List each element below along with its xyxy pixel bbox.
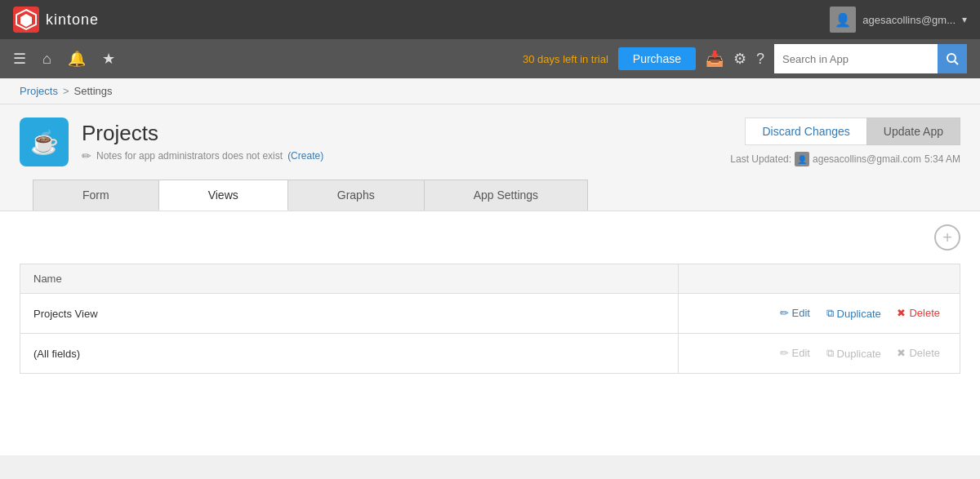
- nav-right: 30 days left in trial Purchase 📥 ⚙ ?: [523, 44, 967, 73]
- tab-app-settings[interactable]: App Settings: [424, 180, 588, 211]
- edit-pencil-icon-disabled: ✏: [780, 347, 789, 359]
- app-header: ☕ Projects ✏ Notes for app administrator…: [0, 104, 980, 166]
- user-dropdown-icon[interactable]: ▾: [962, 14, 967, 25]
- delete-label-disabled: Delete: [909, 347, 940, 359]
- trial-text: 30 days left in trial: [523, 53, 608, 65]
- app-title-section: Projects ✏ Notes for app administrators …: [82, 118, 323, 162]
- app-notes-create-link[interactable]: (Create): [287, 150, 323, 162]
- tab-graphs[interactable]: Graphs: [287, 180, 425, 211]
- search-button[interactable]: [938, 44, 967, 73]
- star-icon[interactable]: ★: [102, 50, 115, 68]
- delete-button-projects-view[interactable]: ✖ Delete: [890, 305, 947, 321]
- delete-icon: ✖: [897, 307, 906, 319]
- search-container: [774, 44, 967, 73]
- update-app-button[interactable]: Update App: [866, 118, 960, 145]
- app-header-left: ☕ Projects ✏ Notes for app administrator…: [20, 118, 323, 166]
- duplicate-icon-disabled: ⧉: [826, 347, 834, 360]
- duplicate-button-projects-view[interactable]: ⧉ Duplicate: [820, 305, 888, 322]
- app-notes-text: Notes for app administrators does not ex…: [96, 150, 283, 162]
- inbox-icon[interactable]: 📥: [706, 50, 724, 68]
- delete-button-all-fields: ✖ Delete: [890, 345, 947, 361]
- top-bar: kintone 👤 agesacollins@gm... ▾: [0, 0, 980, 39]
- view-actions-cell: ✏ Edit ⧉ Duplicate ✖ Delete: [678, 294, 960, 334]
- breadcrumb-settings: Settings: [74, 85, 113, 97]
- edit-button-projects-view[interactable]: ✏ Edit: [773, 305, 817, 321]
- col-header-name: Name: [20, 264, 679, 294]
- gear-icon[interactable]: ⚙: [733, 50, 746, 68]
- main-content: + Name Projects View ✏ Edit ⧉ Dupli: [0, 211, 980, 455]
- svg-line-4: [955, 61, 958, 64]
- table-row: (All fields) ✏ Edit ⧉ Duplicate ✖ Delete: [20, 334, 960, 374]
- breadcrumb-separator: >: [63, 85, 69, 97]
- last-updated-avatar-icon: 👤: [795, 152, 809, 166]
- table-row: Projects View ✏ Edit ⧉ Duplicate ✖ Delet…: [20, 294, 960, 334]
- view-actions-cell-disabled: ✏ Edit ⧉ Duplicate ✖ Delete: [678, 334, 960, 374]
- last-updated-prefix: Last Updated:: [730, 153, 791, 165]
- discard-changes-button[interactable]: Discard Changes: [745, 118, 866, 145]
- bell-icon[interactable]: 🔔: [68, 50, 86, 68]
- view-name-cell: (All fields): [20, 334, 679, 374]
- views-table: Name Projects View ✏ Edit ⧉ Duplicate: [20, 264, 960, 374]
- tabs-container: Form Views Graphs App Settings: [0, 166, 980, 211]
- duplicate-label: Duplicate: [837, 308, 881, 320]
- delete-icon-disabled: ✖: [897, 347, 906, 359]
- user-email: agesacollins@gm...: [862, 14, 956, 26]
- add-view-button[interactable]: +: [934, 224, 960, 251]
- nav-left: ☰ ⌂ 🔔 ★: [13, 50, 115, 68]
- home-icon[interactable]: ⌂: [42, 51, 51, 68]
- notes-icon: ✏: [82, 149, 91, 162]
- user-avatar-icon: 👤: [830, 7, 856, 33]
- edit-button-all-fields: ✏ Edit: [773, 345, 817, 361]
- last-updated-time: 5:34 AM: [924, 153, 960, 165]
- purchase-button[interactable]: Purchase: [618, 47, 696, 70]
- nav-bar: ☰ ⌂ 🔔 ★ 30 days left in trial Purchase 📥…: [0, 39, 980, 78]
- edit-label-disabled: Edit: [792, 347, 810, 359]
- duplicate-button-all-fields: ⧉ Duplicate: [820, 345, 888, 361]
- kintone-wordmark: kintone: [46, 11, 99, 29]
- duplicate-icon: ⧉: [826, 307, 834, 320]
- svg-point-3: [947, 54, 956, 62]
- action-buttons: Discard Changes Update App: [745, 118, 960, 145]
- app-title: Projects: [82, 121, 323, 146]
- app-icon: ☕: [20, 118, 69, 166]
- duplicate-label-disabled: Duplicate: [837, 348, 881, 360]
- tab-form[interactable]: Form: [33, 180, 159, 211]
- edit-pencil-icon: ✏: [780, 307, 789, 319]
- tab-views[interactable]: Views: [158, 180, 288, 211]
- last-updated-user: agesacollins@gmail.com: [813, 153, 921, 165]
- logo-section: kintone: [13, 7, 99, 33]
- breadcrumb: Projects > Settings: [0, 78, 980, 104]
- kintone-logo-icon: [13, 7, 39, 33]
- search-input[interactable]: [774, 44, 938, 73]
- search-icon: [946, 52, 959, 65]
- menu-icon[interactable]: ☰: [13, 50, 26, 68]
- help-icon[interactable]: ?: [756, 51, 764, 68]
- breadcrumb-projects-link[interactable]: Projects: [20, 85, 58, 97]
- delete-label: Delete: [909, 307, 940, 319]
- app-header-right: Discard Changes Update App Last Updated:…: [730, 118, 960, 166]
- view-name-cell: Projects View: [20, 294, 679, 334]
- user-section: 👤 agesacollins@gm... ▾: [830, 7, 967, 33]
- last-updated: Last Updated: 👤 agesacollins@gmail.com 5…: [730, 152, 960, 166]
- add-btn-row: +: [0, 211, 980, 264]
- edit-label: Edit: [792, 307, 810, 319]
- app-notes: ✏ Notes for app administrators does not …: [82, 149, 323, 162]
- col-header-actions: [678, 264, 960, 294]
